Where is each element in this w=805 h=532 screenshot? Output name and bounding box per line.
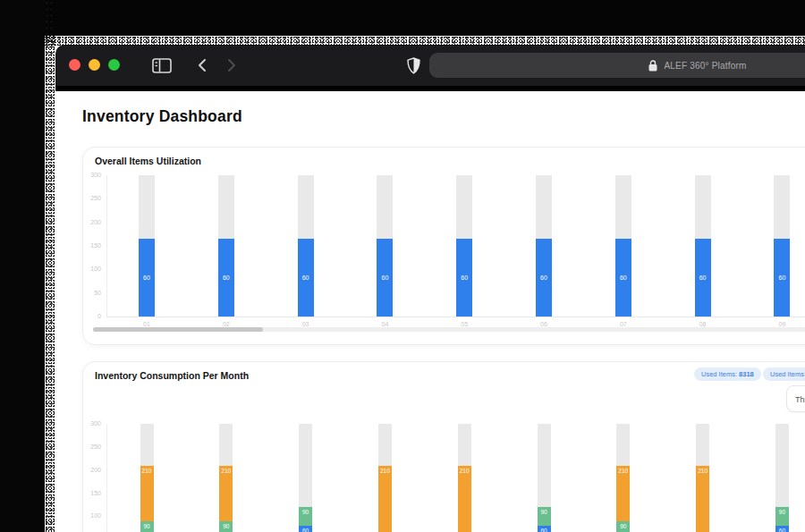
bar-value-label: 60 — [540, 274, 547, 281]
x-tick-label: 04 — [367, 321, 402, 327]
bar-track: 60 — [377, 175, 393, 317]
chart-scrollbar-thumb[interactable] — [93, 327, 263, 332]
bar-value-label: 90 — [299, 507, 312, 515]
bar-value-label: 210 — [696, 466, 709, 474]
bar-segment-green: 90 — [538, 507, 551, 526]
bar-value-label: 90 — [140, 521, 154, 529]
bar-segment-green: 90 — [775, 507, 789, 526]
bar-segment-blue: 60 — [538, 526, 551, 532]
y-tick-label: 100 — [83, 266, 101, 272]
bar-value-label: 60 — [302, 274, 309, 281]
lock-icon — [648, 60, 657, 72]
address-bar[interactable]: ALEF 360° Platform — [429, 53, 805, 78]
forward-icon[interactable] — [220, 45, 243, 86]
bar-track: 60 — [298, 175, 314, 317]
bar-value-label: 60 — [778, 274, 785, 281]
y-tick-label: 0 — [83, 313, 101, 319]
bar-utilization: 60 — [377, 239, 393, 317]
bar-value-label: 210 — [219, 466, 233, 474]
bar-value-label: 90 — [219, 521, 233, 529]
bar-track: 60 — [536, 175, 552, 317]
x-tick-label: 09 — [764, 321, 800, 327]
bar-segment-green: 90 — [219, 521, 233, 532]
x-tick-label: 06 — [526, 321, 562, 327]
address-text: ALEF 360° Platform — [664, 61, 746, 71]
y-tick-label: 250 — [83, 195, 101, 201]
page-content: Inventory Dashboard Overall Items Utiliz… — [55, 91, 805, 532]
backdrop-top-band — [0, 0, 805, 36]
bar-utilization: 60 — [139, 239, 155, 317]
bar-value-label: 60 — [223, 274, 230, 281]
window-controls — [69, 59, 120, 71]
bar-value-label: 210 — [458, 466, 471, 474]
browser-window: ALEF 360° Platform Inventory Dashboard O… — [55, 45, 805, 532]
bar-utilization: 60 — [456, 239, 472, 317]
y-tick-label: 50 — [83, 290, 101, 296]
y-tick-label: 150 — [83, 490, 101, 496]
bar-utilization: 60 — [298, 239, 314, 317]
x-tick-label: 01 — [129, 321, 165, 327]
x-tick-label: 07 — [606, 321, 641, 327]
back-icon[interactable] — [190, 45, 213, 86]
bar-segment-green: 90 — [140, 521, 154, 532]
x-tick-label: 05 — [446, 321, 482, 327]
bar-value-label: 90 — [538, 507, 551, 515]
bar-segment-orange: 210 — [696, 466, 709, 532]
bar-segment-blue: 60 — [775, 526, 789, 532]
bar-value-label: 210 — [616, 466, 630, 474]
x-tick-label: 03 — [288, 321, 324, 327]
shield-icon[interactable] — [401, 45, 426, 86]
bar-value-label: 60 — [461, 274, 468, 281]
y-tick-label: 250 — [83, 443, 101, 450]
bar-utilization: 60 — [695, 239, 711, 317]
bar-value-label: 60 — [538, 526, 551, 532]
bar-value-label: 60 — [699, 274, 707, 281]
y-tick-label: 150 — [83, 242, 101, 249]
bar-track: 60 — [456, 175, 472, 317]
bar-value-label: 60 — [775, 526, 789, 532]
bar-value-label: 60 — [620, 274, 627, 281]
bar-value-label: 90 — [775, 507, 789, 515]
browser-titlebar: ALEF 360° Platform — [55, 45, 805, 86]
y-axis-line — [106, 175, 107, 317]
bar-segment-green: 90 — [616, 521, 630, 532]
y-axis-line — [106, 424, 107, 532]
bar-segment-orange: 210 — [140, 466, 154, 521]
y-tick-label: 300 — [83, 420, 101, 426]
zoom-button[interactable] — [108, 59, 120, 71]
y-tick-label: 200 — [83, 467, 101, 473]
close-button[interactable] — [69, 59, 80, 71]
bar-track: 60 — [615, 175, 631, 317]
bar-segment-orange: 210 — [458, 466, 471, 532]
bar-value-label: 60 — [143, 274, 150, 281]
minimize-button[interactable] — [89, 59, 100, 71]
bar-utilization: 60 — [218, 239, 234, 317]
bar-value-label: 60 — [299, 526, 312, 532]
bar-segment-orange: 210 — [378, 466, 392, 532]
bar-value-label: 210 — [140, 466, 154, 474]
bar-utilization: 60 — [615, 239, 631, 317]
bar-utilization: 60 — [536, 239, 552, 317]
consumption-chart: 0501001502002503002109021090906021090210… — [83, 362, 805, 532]
page-title: Inventory Dashboard — [82, 107, 242, 126]
bar-utilization: 60 — [774, 239, 790, 317]
bar-segment-orange: 210 — [616, 466, 630, 521]
x-tick-label: 02 — [208, 321, 244, 327]
utilization-chart: 0501001502002503006001600260036004600560… — [83, 148, 805, 344]
backdrop-left-band — [0, 0, 45, 532]
chart-horizontal-scrollbar[interactable] — [93, 327, 805, 332]
bar-segment-orange: 210 — [219, 466, 233, 521]
bar-value-label: 210 — [378, 466, 392, 474]
x-tick-label: 08 — [685, 321, 721, 327]
bar-track: 60 — [218, 175, 234, 317]
bar-segment-green: 90 — [299, 507, 312, 526]
y-tick-label: 100 — [83, 512, 101, 519]
y-tick-label: 200 — [83, 219, 101, 225]
sidebar-toggle-icon[interactable] — [148, 45, 175, 86]
bar-track: 60 — [774, 175, 790, 317]
bar-track: 60 — [695, 175, 711, 317]
card-overall-utilization: Overall Items Utilization 05010015020025… — [82, 147, 805, 345]
y-tick-label: 300 — [83, 172, 101, 178]
bar-segment-blue: 60 — [299, 526, 312, 532]
bar-value-label: 60 — [381, 274, 388, 281]
